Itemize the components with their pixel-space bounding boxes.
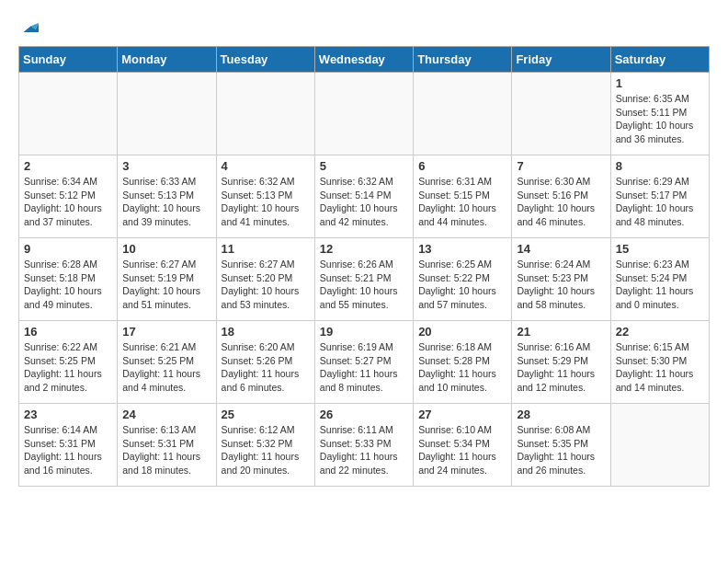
day-cell: 10Sunrise: 6:27 AM Sunset: 5:19 PM Dayli… (118, 238, 216, 321)
day-number: 9 (24, 242, 112, 256)
day-info: Sunrise: 6:27 AM Sunset: 5:20 PM Dayligh… (222, 258, 310, 312)
day-info: Sunrise: 6:18 AM Sunset: 5:28 PM Dayligh… (418, 340, 506, 395)
day-number: 13 (418, 242, 506, 256)
day-info: Sunrise: 6:12 AM Sunset: 5:32 PM Dayligh… (222, 423, 310, 477)
day-cell: 26Sunrise: 6:11 AM Sunset: 5:33 PM Dayli… (314, 404, 413, 487)
week-row-3: 9Sunrise: 6:28 AM Sunset: 5:18 PM Daylig… (19, 238, 710, 321)
day-info: Sunrise: 6:29 AM Sunset: 5:17 PM Dayligh… (616, 175, 704, 229)
day-cell: 12Sunrise: 6:26 AM Sunset: 5:21 PM Dayli… (314, 238, 413, 321)
weekday-header-friday: Friday (512, 47, 610, 73)
day-number: 24 (122, 408, 210, 421)
day-cell: 6Sunrise: 6:31 AM Sunset: 5:15 PM Daylig… (414, 155, 512, 238)
day-cell: 22Sunrise: 6:15 AM Sunset: 5:30 PM Dayli… (610, 321, 709, 404)
day-cell: 17Sunrise: 6:21 AM Sunset: 5:25 PM Dayli… (118, 321, 216, 404)
day-cell: 24Sunrise: 6:13 AM Sunset: 5:31 PM Dayli… (118, 404, 216, 487)
weekday-header-wednesday: Wednesday (314, 47, 413, 73)
week-row-1: 1Sunrise: 6:35 AM Sunset: 5:11 PM Daylig… (19, 73, 710, 155)
day-number: 21 (517, 325, 605, 339)
day-cell: 9Sunrise: 6:28 AM Sunset: 5:18 PM Daylig… (19, 238, 118, 321)
day-number: 6 (418, 159, 506, 173)
day-number: 25 (222, 408, 310, 421)
day-info: Sunrise: 6:10 AM Sunset: 5:34 PM Dayligh… (418, 423, 506, 477)
day-number: 8 (616, 159, 704, 173)
logo (18, 18, 39, 37)
day-cell: 3Sunrise: 6:33 AM Sunset: 5:13 PM Daylig… (118, 155, 216, 238)
day-number: 5 (320, 159, 408, 173)
day-info: Sunrise: 6:22 AM Sunset: 5:25 PM Dayligh… (24, 340, 112, 395)
day-number: 27 (418, 408, 506, 421)
day-info: Sunrise: 6:15 AM Sunset: 5:30 PM Dayligh… (616, 340, 704, 395)
day-info: Sunrise: 6:32 AM Sunset: 5:13 PM Dayligh… (222, 175, 310, 229)
day-number: 1 (616, 76, 704, 90)
day-info: Sunrise: 6:24 AM Sunset: 5:23 PM Dayligh… (517, 258, 605, 312)
day-cell (512, 73, 610, 155)
day-info: Sunrise: 6:35 AM Sunset: 5:11 PM Dayligh… (616, 92, 704, 146)
day-number: 12 (320, 242, 408, 256)
day-cell (216, 73, 314, 155)
day-cell: 2Sunrise: 6:34 AM Sunset: 5:12 PM Daylig… (19, 155, 118, 238)
day-info: Sunrise: 6:20 AM Sunset: 5:26 PM Dayligh… (222, 340, 310, 395)
weekday-header-row: SundayMondayTuesdayWednesdayThursdayFrid… (19, 47, 710, 73)
day-info: Sunrise: 6:27 AM Sunset: 5:19 PM Dayligh… (122, 258, 210, 312)
day-info: Sunrise: 6:21 AM Sunset: 5:25 PM Dayligh… (122, 340, 210, 395)
day-info: Sunrise: 6:25 AM Sunset: 5:22 PM Dayligh… (418, 258, 506, 312)
day-cell (314, 73, 413, 155)
day-cell: 18Sunrise: 6:20 AM Sunset: 5:26 PM Dayli… (216, 321, 314, 404)
day-cell: 19Sunrise: 6:19 AM Sunset: 5:27 PM Dayli… (314, 321, 413, 404)
day-info: Sunrise: 6:08 AM Sunset: 5:35 PM Dayligh… (517, 423, 605, 477)
day-info: Sunrise: 6:33 AM Sunset: 5:13 PM Dayligh… (122, 175, 210, 229)
day-cell: 11Sunrise: 6:27 AM Sunset: 5:20 PM Dayli… (216, 238, 314, 321)
day-number: 28 (517, 408, 605, 421)
day-cell: 25Sunrise: 6:12 AM Sunset: 5:32 PM Dayli… (216, 404, 314, 487)
logo-icon (20, 18, 39, 37)
day-number: 16 (24, 325, 112, 339)
day-info: Sunrise: 6:11 AM Sunset: 5:33 PM Dayligh… (320, 423, 408, 477)
day-cell: 23Sunrise: 6:14 AM Sunset: 5:31 PM Dayli… (19, 404, 118, 487)
day-cell: 28Sunrise: 6:08 AM Sunset: 5:35 PM Dayli… (512, 404, 610, 487)
day-number: 11 (222, 242, 310, 256)
day-cell: 8Sunrise: 6:29 AM Sunset: 5:17 PM Daylig… (610, 155, 709, 238)
day-number: 10 (122, 242, 210, 256)
calendar: SundayMondayTuesdayWednesdayThursdayFrid… (18, 46, 710, 487)
day-cell: 14Sunrise: 6:24 AM Sunset: 5:23 PM Dayli… (512, 238, 610, 321)
weekday-header-tuesday: Tuesday (216, 47, 314, 73)
day-info: Sunrise: 6:28 AM Sunset: 5:18 PM Dayligh… (24, 258, 112, 312)
day-info: Sunrise: 6:13 AM Sunset: 5:31 PM Dayligh… (122, 423, 210, 477)
day-cell: 7Sunrise: 6:30 AM Sunset: 5:16 PM Daylig… (512, 155, 610, 238)
day-number: 4 (222, 159, 310, 173)
week-row-2: 2Sunrise: 6:34 AM Sunset: 5:12 PM Daylig… (19, 155, 710, 238)
day-number: 19 (320, 325, 408, 339)
day-cell (19, 73, 118, 155)
day-number: 3 (122, 159, 210, 173)
day-info: Sunrise: 6:34 AM Sunset: 5:12 PM Dayligh… (24, 175, 112, 229)
day-cell (118, 73, 216, 155)
day-number: 26 (320, 408, 408, 421)
day-cell: 20Sunrise: 6:18 AM Sunset: 5:28 PM Dayli… (414, 321, 512, 404)
day-number: 2 (24, 159, 112, 173)
day-info: Sunrise: 6:31 AM Sunset: 5:15 PM Dayligh… (418, 175, 506, 229)
day-number: 18 (222, 325, 310, 339)
day-number: 20 (418, 325, 506, 339)
week-row-5: 23Sunrise: 6:14 AM Sunset: 5:31 PM Dayli… (19, 404, 710, 487)
day-number: 15 (616, 242, 704, 256)
day-number: 17 (122, 325, 210, 339)
day-info: Sunrise: 6:16 AM Sunset: 5:29 PM Dayligh… (517, 340, 605, 395)
weekday-header-thursday: Thursday (414, 47, 512, 73)
day-cell: 1Sunrise: 6:35 AM Sunset: 5:11 PM Daylig… (610, 73, 709, 155)
day-cell: 13Sunrise: 6:25 AM Sunset: 5:22 PM Dayli… (414, 238, 512, 321)
day-cell (414, 73, 512, 155)
day-info: Sunrise: 6:14 AM Sunset: 5:31 PM Dayligh… (24, 423, 112, 477)
day-cell: 15Sunrise: 6:23 AM Sunset: 5:24 PM Dayli… (610, 238, 709, 321)
day-info: Sunrise: 6:32 AM Sunset: 5:14 PM Dayligh… (320, 175, 408, 229)
day-cell: 27Sunrise: 6:10 AM Sunset: 5:34 PM Dayli… (414, 404, 512, 487)
page-header (18, 18, 710, 37)
weekday-header-saturday: Saturday (610, 47, 709, 73)
day-number: 22 (616, 325, 704, 339)
week-row-4: 16Sunrise: 6:22 AM Sunset: 5:25 PM Dayli… (19, 321, 710, 404)
day-info: Sunrise: 6:19 AM Sunset: 5:27 PM Dayligh… (320, 340, 408, 395)
weekday-header-sunday: Sunday (19, 47, 118, 73)
day-cell: 16Sunrise: 6:22 AM Sunset: 5:25 PM Dayli… (19, 321, 118, 404)
day-info: Sunrise: 6:23 AM Sunset: 5:24 PM Dayligh… (616, 258, 704, 312)
weekday-header-monday: Monday (118, 47, 216, 73)
day-number: 7 (517, 159, 605, 173)
